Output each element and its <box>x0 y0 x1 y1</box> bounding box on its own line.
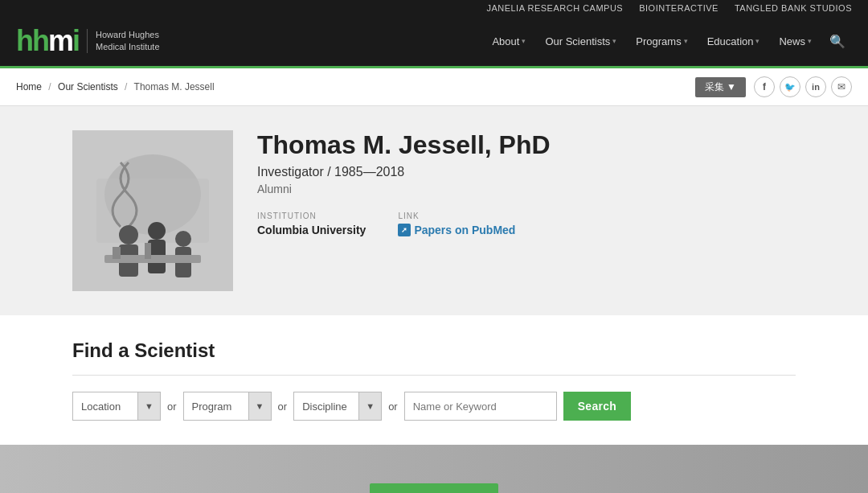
logo-area[interactable]: hhmi Howard Hughes Medical Institute <box>16 24 160 58</box>
tangled-bank-link[interactable]: TANGLED BANK STUDIOS <box>735 3 852 13</box>
cai-button[interactable]: 采集 ▼ <box>695 77 746 97</box>
janelia-link[interactable]: JANELIA RESEARCH CAMPUS <box>486 3 623 13</box>
profile-title: Investigator / 1985—2018 <box>257 165 796 179</box>
svg-rect-10 <box>113 247 121 259</box>
breadcrumb: Home / Our Scientists / Thomas M. Jessel… <box>16 81 215 92</box>
profile-status: Alumni <box>257 183 796 195</box>
profile-info: Thomas M. Jessell, PhD Investigator / 19… <box>257 130 796 236</box>
svg-point-3 <box>119 225 138 244</box>
svg-rect-11 <box>145 243 151 259</box>
nav-education[interactable]: Education ▾ <box>699 31 768 52</box>
social-icons: f 🐦 in ✉ <box>754 76 852 97</box>
twitter-icon[interactable]: 🐦 <box>780 76 800 97</box>
find-section: Find a Scientist Location ▼ or Program ▼… <box>0 315 868 445</box>
nav-programs[interactable]: Programs ▾ <box>628 31 695 52</box>
external-link-icon: ➚ <box>398 224 411 236</box>
nav-our-scientists[interactable]: Our Scientists ▾ <box>537 31 624 52</box>
breadcrumb-actions: 采集 ▼ f 🐦 in ✉ <box>695 76 852 97</box>
profile-section: Thomas M. Jessell, PhD Investigator / 19… <box>0 106 868 315</box>
teaser-image <box>0 445 868 493</box>
svg-rect-14 <box>370 483 498 493</box>
discipline-label: Discipline <box>294 401 358 413</box>
profile-name: Thomas M. Jessell, PhD <box>257 130 796 160</box>
divider <box>72 375 796 376</box>
profile-details: INSTITUTION Columbia University LINK ➚ P… <box>257 212 796 236</box>
nav-news[interactable]: News ▾ <box>771 31 820 52</box>
find-controls: Location ▼ or Program ▼ or Discipline ▼ … <box>72 392 796 421</box>
institution-block: INSTITUTION Columbia University <box>257 212 366 236</box>
hhmi-logo: hhmi <box>16 24 79 58</box>
breadcrumb-our-scientists[interactable]: Our Scientists <box>58 81 118 92</box>
biointeractive-link[interactable]: BIOINTERACTIVE <box>639 3 719 13</box>
header: hhmi Howard Hughes Medical Institute Abo… <box>0 16 868 68</box>
nav-about[interactable]: About ▾ <box>484 31 534 52</box>
search-button[interactable]: Search <box>563 392 632 421</box>
program-label: Program <box>184 401 248 413</box>
institution-value: Columbia University <box>257 224 366 236</box>
logo-text: Howard Hughes Medical Institute <box>87 29 159 54</box>
or-2: or <box>278 401 288 413</box>
bottom-teaser <box>0 445 868 493</box>
svg-point-5 <box>148 222 166 240</box>
institution-label: INSTITUTION <box>257 212 366 220</box>
location-select[interactable]: Location ▼ <box>72 392 161 421</box>
or-3: or <box>388 401 398 413</box>
program-select[interactable]: Program ▼ <box>183 392 272 421</box>
breadcrumb-home[interactable]: Home <box>16 81 42 92</box>
link-block: LINK ➚ Papers on PubMed <box>398 212 515 236</box>
location-arrow-icon: ▼ <box>137 392 160 420</box>
keyword-input[interactable] <box>404 392 557 421</box>
linkedin-icon[interactable]: in <box>805 76 826 97</box>
program-arrow-icon: ▼ <box>248 392 271 420</box>
svg-rect-13 <box>0 445 868 493</box>
main-nav: About ▾ Our Scientists ▾ Programs ▾ Educ… <box>484 29 852 54</box>
email-icon[interactable]: ✉ <box>831 76 852 97</box>
discipline-select[interactable]: Discipline ▼ <box>293 392 382 421</box>
facebook-icon[interactable]: f <box>754 76 775 97</box>
location-label: Location <box>73 401 137 413</box>
link-label: LINK <box>398 212 515 220</box>
svg-point-7 <box>175 231 191 247</box>
breadcrumb-current: Thomas M. Jessell <box>134 81 215 92</box>
profile-image <box>72 130 233 291</box>
search-icon[interactable]: 🔍 <box>823 29 852 54</box>
pubmed-link[interactable]: ➚ Papers on PubMed <box>398 224 515 236</box>
discipline-arrow-icon: ▼ <box>358 392 381 420</box>
find-title: Find a Scientist <box>72 339 796 362</box>
top-bar: JANELIA RESEARCH CAMPUS BIOINTERACTIVE T… <box>0 0 868 16</box>
breadcrumb-row: Home / Our Scientists / Thomas M. Jessel… <box>0 68 868 106</box>
or-1: or <box>167 401 177 413</box>
